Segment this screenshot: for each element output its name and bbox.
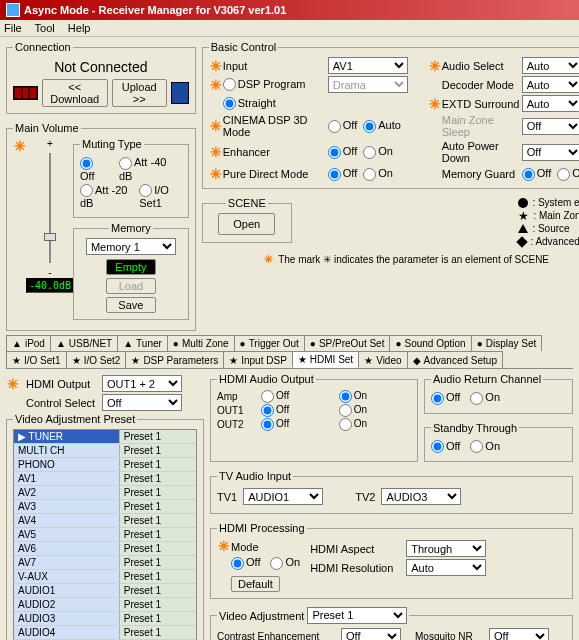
tab-usb-net[interactable]: ▲USB/NET <box>50 335 118 351</box>
hdmi-output-select[interactable]: OUT1 + 2 <box>102 375 182 392</box>
video-adjustment-group: Video Adjustment Preset 1 Contrast Enhan… <box>210 607 573 640</box>
va-preset-select[interactable]: Preset 1 <box>307 607 407 624</box>
hdmi-audio-output-group: HDMI Audio Output Amp Off On OUT1 Off On… <box>210 373 418 462</box>
proc-default-button[interactable]: Default <box>231 576 280 592</box>
hdmi-aspect-select[interactable]: Through <box>406 540 486 557</box>
tab-display-set[interactable]: ●Display Set <box>471 335 543 351</box>
preset-row[interactable]: AV6Preset 1 <box>14 542 196 556</box>
preset-row[interactable]: AUDIO4Preset 1 <box>14 626 196 640</box>
hdmi-processing-group: HDMI Processing ✳Mode Off On Default HDM… <box>210 522 573 599</box>
mute-off[interactable]: Off <box>80 156 109 182</box>
connection-status: Not Connected <box>13 57 189 79</box>
menubar: File Tool Help <box>0 20 579 37</box>
scene-mark-icon: ✳ <box>13 138 27 324</box>
straight-radio[interactable]: Straight <box>223 97 328 111</box>
window-title: Async Mode - Receiver Manager for V3067 … <box>24 4 286 16</box>
download-button[interactable]: << Download <box>42 79 108 107</box>
preset-row[interactable]: ▶ TUNERPreset 1 <box>14 430 196 444</box>
tab-input-dsp[interactable]: ★Input DSP <box>223 351 293 368</box>
scene-open-button[interactable]: Open <box>218 213 275 235</box>
decoder-select[interactable]: Auto <box>522 76 579 93</box>
memory-empty-button[interactable]: Empty <box>106 259 156 275</box>
tab-hdmi-set[interactable]: ★HDMI Set <box>292 351 359 368</box>
preset-table[interactable]: ▶ TUNERPreset 1MULTI CHPreset 1PHONOPres… <box>13 429 197 640</box>
tab-i-o-set2[interactable]: ★I/O Set2 <box>66 351 127 368</box>
symbol-legend: : System etc. ★: Main Zone : Source : Ad… <box>518 197 579 247</box>
device-icon <box>171 82 189 104</box>
standby-group: Standby Through Off On <box>424 422 573 463</box>
preset-row[interactable]: AV7Preset 1 <box>14 556 196 570</box>
audio-select[interactable]: Auto <box>522 57 579 74</box>
tab-video[interactable]: ★Video <box>358 351 407 368</box>
preset-row[interactable]: AV5Preset 1 <box>14 528 196 542</box>
memory-load-button: Load <box>106 278 156 294</box>
tab-sp-preout-set[interactable]: ●SP/PreOut Set <box>304 335 391 351</box>
input-select[interactable]: AV1 <box>328 57 408 74</box>
tab-dsp-parameters[interactable]: ★DSP Parameters <box>125 351 224 368</box>
preset-row[interactable]: AUDIO1Preset 1 <box>14 584 196 598</box>
basic-control-group: Basic Control ✳Input AV1 ✳Audio Select A… <box>202 41 579 189</box>
dsp-program-radio[interactable]: DSP Program <box>223 78 328 92</box>
extd-select[interactable]: Auto <box>522 95 579 112</box>
main-volume-group: Main Volume ✳ + - -40.0dB Muting Type Of… <box>6 122 196 331</box>
upload-button[interactable]: Upload >> <box>112 79 167 107</box>
control-select[interactable]: Off <box>102 394 182 411</box>
preset-row[interactable]: AUDIO2Preset 1 <box>14 598 196 612</box>
volume-db: -40.0dB <box>26 278 74 293</box>
mute-att40[interactable]: Att -40 dB <box>119 156 182 182</box>
menu-tool[interactable]: Tool <box>35 22 55 34</box>
preset-row[interactable]: AV4Preset 1 <box>14 514 196 528</box>
tab-bar: ▲iPod▲USB/NET▲Tuner●Multi Zone●Trigger O… <box>6 335 573 369</box>
apd-select[interactable]: Off <box>522 144 579 161</box>
titlebar: Async Mode - Receiver Manager for V3067 … <box>0 0 579 20</box>
hdmi-resolution-select[interactable]: Auto <box>406 559 486 576</box>
preset-row[interactable]: PHONOPreset 1 <box>14 458 196 472</box>
tab-trigger-out[interactable]: ●Trigger Out <box>234 335 305 351</box>
menu-help[interactable]: Help <box>68 22 91 34</box>
tab-ipod[interactable]: ▲iPod <box>6 335 51 351</box>
mute-ioset1[interactable]: I/O Set1 <box>139 184 182 210</box>
tab-i-o-set1[interactable]: ★I/O Set1 <box>6 351 67 368</box>
preset-row[interactable]: AV1Preset 1 <box>14 472 196 486</box>
tab-advanced-setup[interactable]: ◆Advanced Setup <box>407 351 503 368</box>
preset-row[interactable]: AV2Preset 1 <box>14 486 196 500</box>
scene-group: SCENE Open <box>202 197 292 243</box>
muting-type-group: Muting Type Off Att -40 dB Att -20 dB I/… <box>73 138 189 218</box>
dsp-program-select[interactable]: Drama <box>328 76 408 93</box>
app-icon <box>6 3 20 17</box>
memory-save-button[interactable]: Save <box>106 297 156 313</box>
memory-group: Memory Memory 1 Empty Load Save <box>73 222 189 320</box>
scene-note: ✳ The mark ✳ indicates the parameter is … <box>202 253 579 266</box>
tv1-select[interactable]: AUDIO1 <box>243 488 323 505</box>
preset-row[interactable]: AV3Preset 1 <box>14 500 196 514</box>
preset-row[interactable]: V-AUXPreset 1 <box>14 570 196 584</box>
connection-group: Connection Not Connected << Download Upl… <box>6 41 196 114</box>
sleep-select[interactable]: Off <box>522 118 579 135</box>
arc-group: Audio Return Channel Off On <box>424 373 573 414</box>
preset-row[interactable]: AUDIO3Preset 1 <box>14 612 196 626</box>
preset-row[interactable]: MULTI CHPreset 1 <box>14 444 196 458</box>
tv-audio-group: TV Audio Input TV1 AUDIO1 TV2 AUDIO3 <box>210 470 573 514</box>
led-indicator <box>13 86 38 100</box>
tab-sound-option[interactable]: ●Sound Option <box>389 335 471 351</box>
tab-multi-zone[interactable]: ●Multi Zone <box>167 335 235 351</box>
volume-slider[interactable]: + - -40.0dB <box>35 138 65 324</box>
mute-att20[interactable]: Att -20 dB <box>80 184 129 210</box>
memory-select[interactable]: Memory 1 <box>86 238 176 255</box>
video-adjust-preset-group: Video Adjustment Preset ▶ TUNERPreset 1M… <box>6 413 204 640</box>
tab-tuner[interactable]: ▲Tuner <box>117 335 168 351</box>
tv2-select[interactable]: AUDIO3 <box>381 488 461 505</box>
menu-file[interactable]: File <box>4 22 22 34</box>
